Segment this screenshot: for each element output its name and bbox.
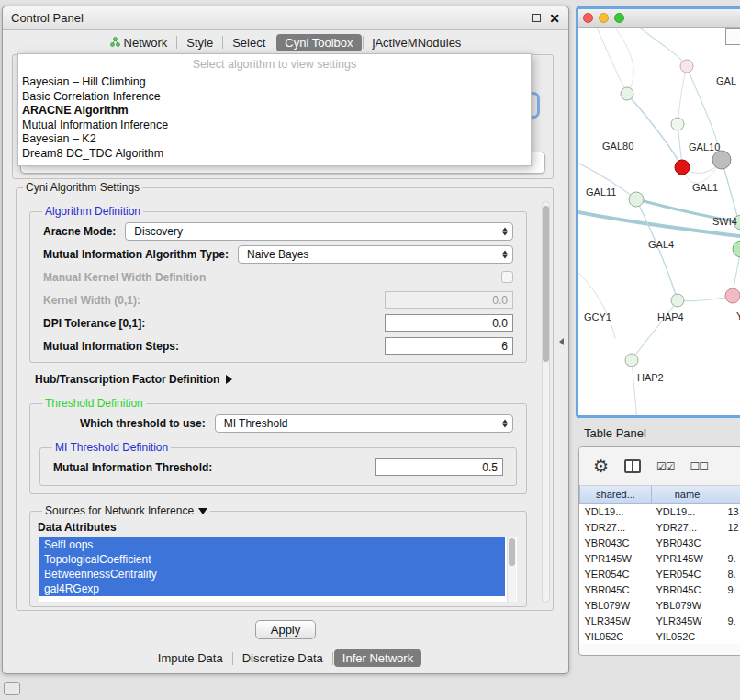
table-row[interactable]: YDR27...YDR27...12 — [580, 519, 740, 535]
network-node[interactable] — [712, 151, 731, 169]
network-node[interactable] — [671, 118, 684, 130]
table-row[interactable]: YDL19...YDL19...13 — [580, 503, 740, 519]
manual-kernel-checkbox[interactable] — [501, 271, 513, 283]
scrollbar-track[interactable] — [507, 537, 516, 602]
table-cell[interactable]: 8. — [723, 566, 740, 581]
control-panel-titlebar[interactable]: Control Panel ✕ — [3, 6, 568, 30]
network-node[interactable] — [629, 192, 644, 207]
network-node[interactable] — [733, 241, 740, 257]
column-header-extra[interactable] — [723, 486, 740, 503]
table-row[interactable]: YPR145WYPR145W9. — [580, 550, 740, 566]
column-selector-icon[interactable] — [624, 459, 641, 473]
network-node[interactable] — [625, 354, 638, 367]
network-canvas[interactable]: GAL80GAL10GAL11GAL1SWI4GAL4GCY1HAP4HAP2G… — [578, 28, 740, 415]
table-cell[interactable]: YDR27... — [580, 519, 652, 535]
table-cell[interactable]: YER054C — [652, 566, 723, 581]
list-item-gal4rgexp[interactable]: gal4RGexp — [39, 581, 505, 596]
scrollbar-thumb[interactable] — [509, 538, 515, 565]
network-edge[interactable] — [678, 297, 731, 301]
deselect-all-icon[interactable]: ☐☐ — [690, 460, 709, 473]
table-row[interactable]: YBR043CYBR043C — [580, 535, 740, 550]
scrollbar-thumb[interactable] — [543, 206, 549, 362]
network-node[interactable] — [725, 288, 740, 303]
table-row[interactable]: YBR045CYBR045C9. — [580, 581, 740, 597]
network-node[interactable] — [671, 294, 684, 307]
table-cell[interactable]: YBR043C — [580, 535, 652, 550]
dropdown-item-mutual-information-inference[interactable]: Mutual Information Inference — [18, 119, 531, 133]
dropdown-item-basic-correlation-inference[interactable]: Basic Correlation Inference — [18, 90, 531, 105]
list-item-selfloops[interactable]: SelfLoops — [39, 537, 505, 552]
list-item-betweennesscentrality[interactable]: BetweennessCentrality — [39, 567, 505, 581]
mi-steps-field[interactable] — [385, 337, 513, 355]
table-cell[interactable]: YBL079W — [652, 597, 723, 613]
dropdown-item-bayesian-hill-climbing[interactable]: Bayesian – Hill Climbing — [18, 75, 531, 90]
table-cell[interactable]: YBR045C — [652, 581, 723, 597]
network-node[interactable] — [621, 87, 633, 100]
network-node[interactable] — [680, 60, 693, 73]
overview-toggle[interactable] — [725, 28, 740, 45]
tab-jactivemnodules[interactable]: jActiveMNodules — [364, 34, 470, 51]
table-cell[interactable]: 12 — [723, 519, 740, 535]
table-cell[interactable]: 9. — [723, 581, 740, 597]
network-edge[interactable] — [632, 300, 678, 360]
table-cell[interactable] — [723, 597, 740, 613]
table-cell[interactable]: YDL19... — [652, 503, 723, 519]
table-row[interactable]: YIL052CYIL052C — [580, 628, 740, 644]
table-cell[interactable]: YER054C — [580, 566, 652, 581]
table-row[interactable]: YLR345WYLR345W9. — [580, 613, 740, 628]
table-cell[interactable]: 9. — [723, 550, 740, 566]
tab-cyni-toolbox[interactable]: Cyni Toolbox — [276, 34, 361, 51]
bottom-tab-discretize-data[interactable]: Discretize Data — [234, 649, 331, 667]
float-window-icon[interactable] — [532, 14, 541, 22]
table-cell[interactable]: YIL052C — [652, 628, 723, 644]
mi-type-select[interactable]: Naive Bayes — [238, 245, 513, 264]
table-cell[interactable]: YBL079W — [580, 597, 652, 613]
dpi-tolerance-field[interactable] — [385, 314, 513, 332]
table-cell[interactable]: YDR27... — [652, 519, 723, 535]
table-cell[interactable]: YIL052C — [580, 628, 652, 644]
column-header-name[interactable]: name — [652, 486, 723, 503]
network-edge[interactable] — [722, 160, 739, 222]
network-edge[interactable] — [636, 199, 678, 300]
table-cell[interactable]: YPR145W — [652, 550, 723, 566]
zoom-traffic-light[interactable] — [614, 13, 624, 23]
list-item-topologicalcoefficient[interactable]: TopologicalCoefficient — [39, 552, 505, 567]
network-graph[interactable]: GAL80GAL10GAL11GAL1SWI4GAL4GCY1HAP4HAP2G… — [578, 28, 740, 415]
network-edge[interactable] — [632, 360, 637, 415]
network-edge[interactable] — [627, 94, 682, 167]
minimize-traffic-light[interactable] — [599, 13, 609, 23]
mi-threshold-field[interactable] — [375, 458, 503, 476]
hub-definition-toggle[interactable]: Hub/Transcription Factor Definition — [35, 373, 534, 386]
column-header-shared[interactable]: shared... — [580, 486, 652, 503]
table-cell[interactable]: 13 — [723, 503, 740, 519]
tab-network[interactable]: Network — [102, 34, 176, 51]
select-all-icon[interactable]: ☑☑ — [656, 460, 675, 473]
which-threshold-select[interactable]: MI Threshold — [215, 414, 513, 433]
close-icon[interactable]: ✕ — [549, 12, 560, 25]
network-edge[interactable] — [578, 268, 615, 338]
hidden-panel-icon[interactable] — [4, 682, 20, 695]
table-cell[interactable] — [723, 535, 740, 550]
table-cell[interactable]: YDL19... — [580, 503, 652, 519]
dropdown-item-bayesian-k2[interactable]: Bayesian – K2 — [18, 132, 531, 147]
settings-gear-icon[interactable]: ⚙ — [593, 457, 609, 475]
table-cell[interactable]: YPR145W — [580, 550, 652, 566]
table-cell[interactable]: YBR045C — [580, 581, 652, 597]
tab-select[interactable]: Select — [224, 34, 274, 51]
network-edge[interactable] — [633, 28, 687, 66]
table-cell[interactable] — [723, 628, 740, 644]
dropdown-item-dream8-dc-tdc-algorithm[interactable]: Dream8 DC_TDC Algorithm — [18, 147, 531, 162]
sources-toggle[interactable]: Sources for Network Inference — [42, 504, 210, 517]
bottom-tab-impute-data[interactable]: Impute Data — [150, 649, 231, 667]
network-edge[interactable] — [678, 66, 687, 124]
table-cell[interactable]: YLR345W — [580, 613, 652, 628]
close-traffic-light[interactable] — [583, 13, 593, 23]
table-cell[interactable]: YBR043C — [652, 535, 723, 550]
scrollbar-track[interactable] — [542, 201, 550, 603]
bottom-tab-infer-network[interactable]: Infer Network — [334, 649, 421, 667]
aracne-mode-select[interactable]: Discovery — [125, 222, 513, 241]
kernel-width-field[interactable] — [385, 291, 513, 309]
tab-style[interactable]: Style — [178, 34, 221, 51]
table-cell[interactable]: YLR345W — [652, 613, 723, 628]
network-node[interactable] — [675, 160, 690, 175]
